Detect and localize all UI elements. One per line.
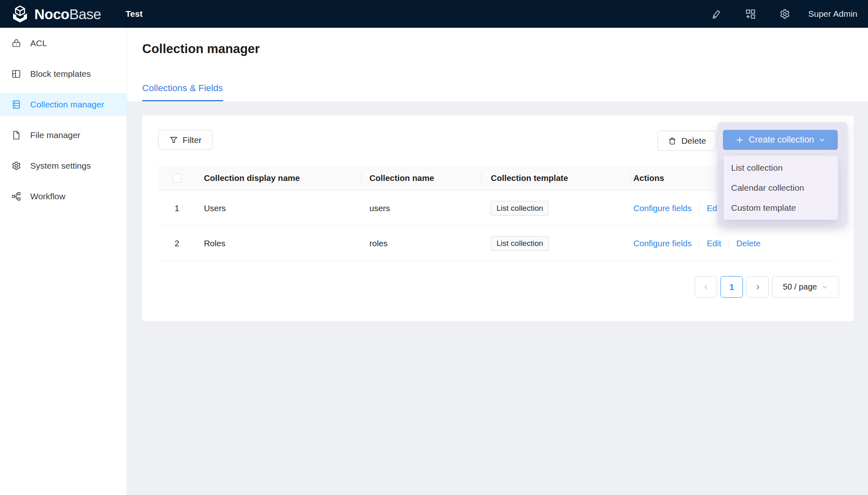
cell-collection-template: List collection <box>481 236 631 251</box>
sidebar-item-label: Collection manager <box>30 100 104 109</box>
plugin-manager-button[interactable] <box>745 9 756 20</box>
dropdown-item-calendar-collection[interactable]: Calendar collection <box>724 178 838 198</box>
system-settings-button[interactable] <box>779 9 790 20</box>
page-header: Collection manager Collections & Fields <box>127 28 868 101</box>
sidebar-item-label: Workflow <box>30 192 65 201</box>
tab-collections-and-fields[interactable]: Collections & Fields <box>142 83 223 101</box>
action-divider <box>699 204 699 213</box>
chevron-down-icon <box>822 284 828 290</box>
ui-editor-button[interactable] <box>711 9 722 20</box>
edit-link[interactable]: Edit <box>707 239 721 248</box>
table-header-checkbox-cell <box>158 174 196 183</box>
plus-icon <box>736 136 744 144</box>
funnel-icon <box>169 136 178 145</box>
cell-actions: Configure fields Edit Delete <box>631 239 838 248</box>
header-collection-template: Collection template <box>481 173 631 183</box>
pagination-next-button[interactable] <box>746 276 769 298</box>
create-collection-highlight-panel: Create collection List collection Calend… <box>717 122 848 227</box>
cell-display-name: Roles <box>196 239 361 248</box>
cell-collection-template: List collection <box>481 201 631 216</box>
row-index: 1 <box>158 203 196 213</box>
layout-icon <box>11 69 21 79</box>
chevron-down-icon <box>819 137 825 143</box>
nocobase-logo[interactable]: NocoBase <box>11 5 101 23</box>
create-collection-label: Create collection <box>749 135 814 145</box>
configure-fields-link[interactable]: Configure fields <box>633 239 691 248</box>
collections-card: Filter Delete Collection display name Co <box>142 116 854 321</box>
collections-icon <box>11 100 21 109</box>
pagination-page-1[interactable]: 1 <box>720 276 743 298</box>
current-user[interactable]: Super Admin <box>808 9 857 19</box>
select-all-checkbox[interactable] <box>172 174 181 183</box>
nav-menu-item-test[interactable]: Test <box>125 9 143 19</box>
file-icon <box>11 130 21 140</box>
gear-icon <box>11 161 21 171</box>
trash-icon <box>668 136 677 145</box>
action-divider <box>729 239 729 248</box>
main-area: Collection manager Collections & Fields … <box>127 28 868 495</box>
header-collection-name: Collection name <box>361 173 481 183</box>
content-background: Filter Delete Collection display name Co <box>127 101 868 495</box>
nocobase-cube-icon <box>11 5 29 23</box>
configure-fields-link[interactable]: Configure fields <box>633 203 691 213</box>
chevron-right-icon <box>754 284 761 290</box>
cell-collection-name: users <box>361 203 481 213</box>
brand-text: NocoBase <box>34 7 101 21</box>
navbar-right: Super Admin <box>711 9 857 20</box>
chevron-left-icon <box>703 284 709 290</box>
sidebar-item-collection-manager[interactable]: Collection manager <box>0 93 127 116</box>
sidebar-item-file-manager[interactable]: File manager <box>0 124 127 147</box>
page-size-value: 50 / page <box>783 282 817 292</box>
sidebar-item-block-templates[interactable]: Block templates <box>0 62 127 85</box>
cell-collection-name: roles <box>361 239 481 248</box>
sidebar-item-label: System settings <box>30 161 91 171</box>
header-collection-display-name: Collection display name <box>196 173 361 183</box>
delete-link[interactable]: Delete <box>736 239 761 248</box>
sidebar-item-label: ACL <box>30 38 47 48</box>
highlighter-icon <box>711 9 722 20</box>
filter-button-label: Filter <box>183 135 202 145</box>
page-size-select[interactable]: 50 / page <box>772 276 839 298</box>
create-collection-dropdown: List collection Calendar collection Cust… <box>724 156 838 220</box>
template-tag: List collection <box>491 236 549 251</box>
pagination-prev-button[interactable] <box>695 276 717 298</box>
delete-button-label: Delete <box>681 136 706 146</box>
sidebar: ACL Block templates Collection manager F… <box>0 28 127 495</box>
sidebar-item-acl[interactable]: ACL <box>0 32 127 55</box>
filter-button[interactable]: Filter <box>158 130 213 150</box>
dropdown-item-custom-template[interactable]: Custom template <box>724 198 838 218</box>
table-row: 2 Roles roles List collection Configure … <box>158 226 838 261</box>
lock-icon <box>11 38 21 48</box>
delete-button[interactable]: Delete <box>658 131 716 151</box>
sidebar-item-system-settings[interactable]: System settings <box>0 154 127 177</box>
dropdown-item-list-collection[interactable]: List collection <box>724 158 838 178</box>
sidebar-item-workflow[interactable]: Workflow <box>0 185 127 208</box>
pagination: 1 50 / page <box>695 276 839 298</box>
workflow-icon <box>11 192 21 201</box>
template-tag: List collection <box>491 201 549 216</box>
create-collection-button[interactable]: Create collection <box>723 130 838 150</box>
page-title: Collection manager <box>142 42 260 56</box>
action-divider <box>699 239 699 248</box>
plugin-blocks-icon <box>745 9 756 20</box>
top-navbar: NocoBase Test Super Admin <box>0 0 868 28</box>
sidebar-item-label: File manager <box>30 130 81 140</box>
row-index: 2 <box>158 239 196 248</box>
gear-icon <box>779 9 790 20</box>
cell-display-name: Users <box>196 203 361 213</box>
sidebar-item-label: Block templates <box>30 69 91 79</box>
